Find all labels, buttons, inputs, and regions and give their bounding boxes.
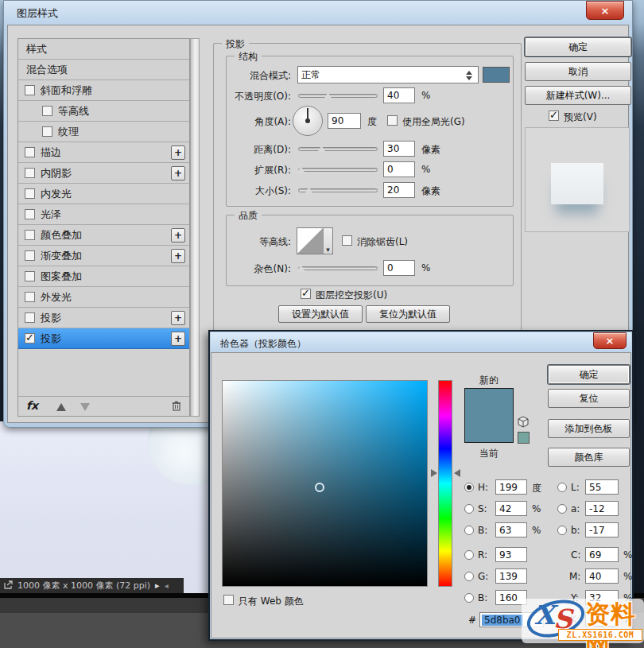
outer-glow-checkbox[interactable] [25,292,35,302]
sidebar-item-pattern-overlay[interactable]: 图案叠加 [18,266,189,287]
color-field[interactable] [222,380,428,587]
b2-radio[interactable] [464,593,474,603]
sidebar-item-texture[interactable]: 纹理 [18,122,189,142]
preview-checkbox[interactable] [549,111,559,121]
sidebar-item-inner-shadow[interactable]: 内阴影+ [18,163,189,184]
g-radio[interactable] [464,572,474,581]
lab-b-radio[interactable] [557,526,567,535]
opacity-input[interactable]: 40 [383,87,415,103]
h-input[interactable]: 199 [495,479,527,495]
m-input[interactable]: 40 [585,568,619,584]
status-back-icon[interactable]: ◂ [165,581,169,590]
a-input[interactable]: -12 [585,501,619,516]
drop-shadow-add-icon[interactable]: + [171,311,185,325]
add-to-swatches-button[interactable]: 添加到色板 [548,419,630,438]
new-current-swatch [464,388,514,443]
gamut-swatch[interactable] [518,432,530,444]
lab-b-input[interactable]: -17 [585,522,619,537]
color-picker-close-icon[interactable]: × [593,332,627,349]
distance-input[interactable]: 30 [383,141,415,157]
sidebar-item-inner-glow[interactable]: 内发光 [18,184,189,204]
sidebar-item-contour[interactable]: 等高线 [18,101,189,122]
contour-picker[interactable]: ▾ [297,227,333,254]
gradient-overlay-checkbox[interactable] [25,250,35,261]
sidebar-item-blending-options[interactable]: 混合选项 [18,60,189,80]
pattern-overlay-checkbox[interactable] [25,271,35,281]
watermark-url-bar: ZL.XS1616.COM [558,629,642,641]
antialias-checkbox[interactable] [342,235,352,246]
hue-slider[interactable] [438,380,452,587]
drop-shadow-2-checkbox[interactable] [25,333,35,343]
sidebar-item-stroke[interactable]: 描边+ [18,142,189,163]
stroke-checkbox[interactable] [25,147,35,157]
texture-checkbox[interactable] [42,126,52,137]
picker-ok-button[interactable]: 确定 [548,365,630,384]
sidebar-item-styles[interactable]: 样式 [18,39,189,60]
trash-icon[interactable] [172,401,181,411]
sidebar-item-drop-shadow-2[interactable]: 投影+ [18,328,189,349]
export-icon[interactable] [4,580,14,592]
watermark-logo-x: X [534,599,555,631]
noise-unit: % [421,262,430,274]
angle-dial[interactable] [293,106,323,136]
sidebar-item-drop-shadow[interactable]: 投影+ [18,308,189,328]
gradient-overlay-add-icon[interactable]: + [171,249,185,263]
shadow-color-swatch[interactable] [483,67,510,83]
blend-mode-select[interactable]: 正常 [297,66,479,83]
reset-default-button[interactable]: 复位为默认值 [366,305,450,323]
contour-dropdown-icon[interactable]: ▾ [323,228,332,254]
b-input[interactable]: 63 [495,522,527,537]
distance-slider[interactable] [298,147,378,151]
s-input[interactable]: 42 [495,501,527,516]
cancel-button[interactable]: 取消 [525,62,631,81]
noise-slider[interactable] [298,266,378,270]
h-unit: 度 [532,482,541,495]
global-light-checkbox[interactable] [387,115,398,126]
drop-shadow-checkbox[interactable] [25,312,35,323]
drop-shadow-2-add-icon[interactable]: + [171,332,185,346]
sidebar-item-gradient-overlay[interactable]: 渐变叠加+ [18,246,189,266]
color-field-marker[interactable] [315,483,324,492]
hue-slider-right-arrow-icon[interactable] [454,469,460,477]
layer-style-close-icon[interactable]: × [586,1,624,20]
move-up-icon[interactable] [56,403,66,411]
inner-glow-checkbox[interactable] [25,188,35,199]
quality-legend: 品质 [235,209,262,223]
fx-icon[interactable]: fx [26,399,38,412]
move-down-icon[interactable] [80,403,90,411]
r-radio[interactable] [464,550,474,560]
web-colors-only-checkbox[interactable] [223,595,234,605]
angle-input[interactable]: 90 [328,113,361,129]
inner-shadow-checkbox[interactable] [25,168,35,178]
s-radio[interactable] [464,504,474,514]
color-overlay-checkbox[interactable] [25,230,35,240]
hue-slider-left-arrow-icon[interactable] [431,469,437,477]
spread-slider[interactable] [298,168,378,172]
g-input[interactable]: 139 [495,568,527,584]
satin-checkbox[interactable] [25,209,35,219]
sidebar-item-bevel-emboss[interactable]: 斜面和浮雕 [18,80,189,101]
a-radio[interactable] [557,504,567,514]
sidebar-item-outer-glow[interactable]: 外发光 [18,287,189,308]
r-input[interactable]: 93 [495,547,527,562]
new-style-button[interactable]: 新建样式(W)... [525,86,631,105]
color-libraries-button[interactable]: 颜色库 [548,448,630,467]
status-play-icon[interactable]: ▸ [155,580,160,591]
knockout-checkbox[interactable] [301,289,311,299]
set-default-button[interactable]: 设置为默认值 [278,305,363,323]
contour-checkbox[interactable] [42,106,52,116]
h-radio[interactable] [464,483,474,492]
bevel-emboss-checkbox[interactable] [25,85,35,95]
c-input[interactable]: 69 [585,547,619,562]
size-input[interactable]: 20 [383,182,415,198]
sidebar-item-satin[interactable]: 光泽 [18,204,189,225]
opacity-slider[interactable] [298,94,378,98]
l-radio[interactable] [557,483,567,492]
spread-input[interactable]: 0 [383,161,415,177]
sidebar-item-color-overlay[interactable]: 颜色叠加+ [18,225,189,246]
l-input[interactable]: 55 [585,479,619,495]
ok-button[interactable]: 确定 [525,37,631,56]
b-radio[interactable] [464,526,474,535]
noise-input[interactable]: 0 [383,260,415,276]
picker-reset-button[interactable]: 复位 [548,389,630,408]
